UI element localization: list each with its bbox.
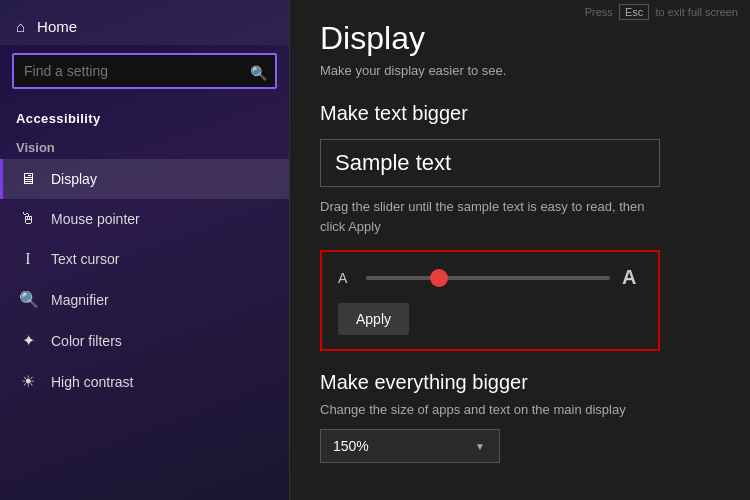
sidebar-item-text-cursor-label: Text cursor [51, 251, 119, 267]
sidebar-item-high-contrast-label: High contrast [51, 374, 133, 390]
home-icon: ⌂ [16, 18, 25, 35]
slider-label-left: A [338, 270, 354, 286]
display-icon: 🖥 [19, 170, 37, 188]
sidebar-item-display[interactable]: 🖥 Display [0, 159, 289, 199]
search-icon: 🔍 [250, 65, 267, 81]
sidebar-item-color-filters[interactable]: ✦ Color filters [0, 320, 289, 361]
size-dropdown[interactable]: 150% ▼ [320, 429, 500, 463]
sidebar-item-text-cursor[interactable]: I Text cursor [0, 239, 289, 279]
sidebar-item-high-contrast[interactable]: ☀ High contrast [0, 361, 289, 402]
slider-track[interactable] [366, 276, 610, 280]
text-cursor-icon: I [19, 250, 37, 268]
page-title: Display [320, 20, 720, 57]
slider-row: A A [338, 266, 642, 289]
accessibility-section-title: Accessibility [0, 101, 289, 130]
make-everything-bigger-desc: Change the size of apps and text on the … [320, 402, 720, 417]
dropdown-arrow-icon: ▼ [475, 441, 485, 452]
page-subtitle: Make your display easier to see. [320, 63, 720, 78]
slider-label-right: A [622, 266, 642, 289]
sample-text-display: Sample text [320, 139, 660, 187]
sidebar-item-magnifier-label: Magnifier [51, 292, 109, 308]
slider-thumb[interactable] [430, 269, 448, 287]
sidebar: ⌂ Home 🔍 Accessibility Vision 🖥 Display … [0, 0, 290, 500]
sidebar-item-magnifier[interactable]: 🔍 Magnifier [0, 279, 289, 320]
search-input[interactable] [12, 53, 277, 89]
slider-fill [366, 276, 439, 280]
sidebar-item-color-filters-label: Color filters [51, 333, 122, 349]
sidebar-item-mouse-pointer[interactable]: 🖱 Mouse pointer [0, 199, 289, 239]
slider-instruction: Drag the slider until the sample text is… [320, 197, 670, 236]
make-everything-bigger-title: Make everything bigger [320, 371, 720, 394]
dropdown-selected-value: 150% [333, 438, 369, 454]
vision-label: Vision [0, 130, 289, 159]
high-contrast-icon: ☀ [19, 372, 37, 391]
fullscreen-hint: Press Esc Press Esc to exit full screen … [585, 6, 738, 18]
search-wrapper: 🔍 [0, 45, 289, 101]
apply-button[interactable]: Apply [338, 303, 409, 335]
main-content: Press Esc Press Esc to exit full screen … [290, 0, 750, 500]
mouse-pointer-icon: 🖱 [19, 210, 37, 228]
sidebar-home-item[interactable]: ⌂ Home [0, 0, 289, 45]
sidebar-item-display-label: Display [51, 171, 97, 187]
color-filters-icon: ✦ [19, 331, 37, 350]
sidebar-item-mouse-pointer-label: Mouse pointer [51, 211, 140, 227]
make-text-bigger-title: Make text bigger [320, 102, 720, 125]
magnifier-icon: 🔍 [19, 290, 37, 309]
slider-section: A A Apply [320, 250, 660, 351]
sidebar-home-label: Home [37, 18, 77, 35]
